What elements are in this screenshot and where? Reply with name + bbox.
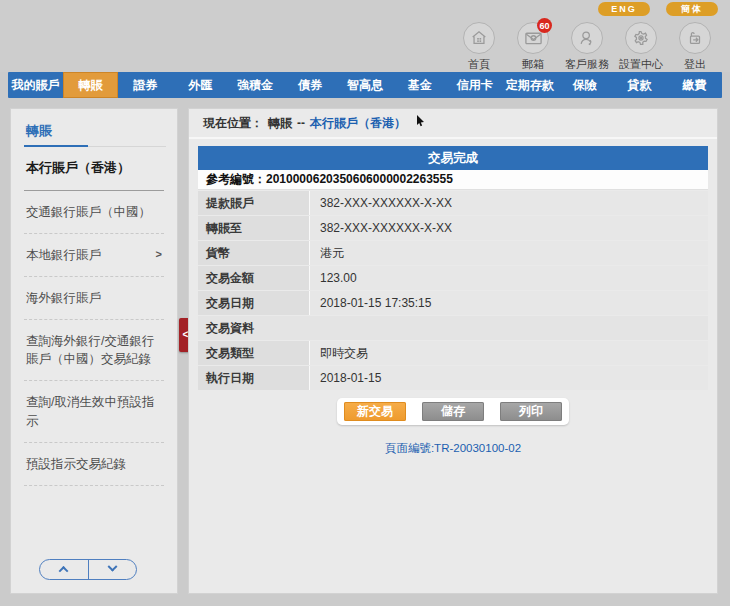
nav-item-1[interactable]: 轉賬 <box>63 72 118 98</box>
sidebar-item-1[interactable]: 交通銀行賬戶（中國） <box>24 191 164 234</box>
main-panel: 現在位置： 轉賬 -- 本行賬戶（香港） 交易完成 參考編號：201000062… <box>188 108 718 594</box>
sidebar-item-3[interactable]: 海外銀行賬戶 <box>24 277 164 320</box>
row-value: 123.00 <box>310 266 708 290</box>
quick-link-label: 郵箱 <box>522 57 544 72</box>
nav-item-6[interactable]: 智高息 <box>338 72 393 98</box>
nav-item-12[interactable]: 繳費 <box>667 72 722 98</box>
row-value: 2018-01-15 <box>310 366 708 390</box>
table-row: 交易資料 <box>198 316 708 340</box>
row-value: 2018-01-15 17:35:15 <box>310 291 708 315</box>
sidebar-item-label: 海外銀行賬戶 <box>26 289 101 307</box>
breadcrumb: 現在位置： 轉賬 -- 本行賬戶（香港） <box>189 109 717 139</box>
home-icon <box>463 22 495 54</box>
sidebar-pager <box>39 559 137 580</box>
row-label: 執行日期 <box>198 366 310 390</box>
breadcrumb-current-link[interactable]: 本行賬戶（香港） <box>310 115 406 132</box>
row-label: 交易資料 <box>198 316 708 340</box>
nav-item-2[interactable]: 證券 <box>118 72 173 98</box>
status-banner: 交易完成 <box>198 146 708 170</box>
sidebar-item-label: 本行賬戶（香港） <box>26 159 130 178</box>
nav-item-8[interactable]: 信用卡 <box>447 72 502 98</box>
sidebar-item-label: 交通銀行賬戶（中國） <box>26 203 151 221</box>
row-value: 382-XXX-XXXXXX-X-XX <box>310 191 708 215</box>
sidebar-item-label: 查詢海外銀行/交通銀行賬戶（中國）交易紀錄 <box>26 332 162 368</box>
top-header: ENG 簡体 首頁60郵箱客戶服務設置中心登出 <box>0 0 730 72</box>
sidebar-item-4[interactable]: 查詢海外銀行/交通銀行賬戶（中國）交易紀錄 <box>24 320 164 381</box>
row-label: 貨幣 <box>198 241 310 265</box>
row-label: 提款賬戶 <box>198 191 310 215</box>
customer-service-icon <box>571 22 603 54</box>
sidebar-item-6[interactable]: 預設指示交易紀錄 <box>24 443 164 486</box>
quick-link-settings[interactable]: 設置中心 <box>614 22 668 72</box>
sidebar-item-2[interactable]: 本地銀行賬戶> <box>24 234 164 277</box>
row-label: 交易類型 <box>198 341 310 365</box>
save-button[interactable]: 儲存 <box>422 402 484 421</box>
main-nav: 我的賬戶轉賬證券外匯強積金債券智高息基金信用卡定期存款保險貸款繳費 <box>8 72 722 98</box>
sidebar-title-underline <box>24 145 88 147</box>
chevron-up-icon <box>59 566 69 576</box>
reference-row: 參考編號：2010000620350606000002263555 <box>198 170 708 190</box>
page-number-link[interactable]: 頁面編號:TR-20030100-02 <box>198 441 708 456</box>
language-switcher: ENG 簡体 <box>598 2 718 16</box>
mail-unread-badge: 60 <box>537 18 552 33</box>
sidebar-title: 轉賬 <box>24 109 164 147</box>
table-row: 轉賬至382-XXX-XXXXXX-X-XX <box>198 216 708 240</box>
row-label: 交易金額 <box>198 266 310 290</box>
mail-icon: 60 <box>517 22 549 54</box>
table-row: 交易日期2018-01-15 17:35:15 <box>198 291 708 315</box>
table-row: 交易類型即時交易 <box>198 341 708 365</box>
nav-item-3[interactable]: 外匯 <box>173 72 228 98</box>
sidebar-item-label: 查詢/取消生效中預設指示 <box>26 393 162 429</box>
row-value: 382-XXX-XXXXXX-X-XX <box>310 216 708 240</box>
quick-link-customer-service[interactable]: 客戶服務 <box>560 22 614 72</box>
lang-eng-button[interactable]: ENG <box>598 2 650 16</box>
nav-item-0[interactable]: 我的賬戶 <box>8 72 63 98</box>
nav-item-7[interactable]: 基金 <box>392 72 447 98</box>
breadcrumb-section: 轉賬 <box>268 115 292 132</box>
quick-link-label: 客戶服務 <box>565 57 609 72</box>
breadcrumb-prefix: 現在位置： <box>203 115 263 132</box>
row-label: 轉賬至 <box>198 216 310 240</box>
row-value: 港元 <box>310 241 708 265</box>
nav-item-5[interactable]: 債券 <box>283 72 338 98</box>
table-row: 執行日期2018-01-15 <box>198 366 708 390</box>
settings-icon <box>625 22 657 54</box>
action-buttons: 新交易儲存列印 <box>337 398 569 425</box>
row-value: 即時交易 <box>310 341 708 365</box>
quick-link-mail[interactable]: 60郵箱 <box>506 22 560 72</box>
scroll-down-button[interactable] <box>89 560 137 579</box>
table-row: 交易金額123.00 <box>198 266 708 290</box>
sidebar: 轉賬 本行賬戶（香港）交通銀行賬戶（中國）本地銀行賬戶>海外銀行賬戶查詢海外銀行… <box>10 108 178 594</box>
quick-links: 首頁60郵箱客戶服務設置中心登出 <box>452 22 722 72</box>
transaction-result: 交易完成 參考編號：2010000620350606000002263555 提… <box>198 146 708 456</box>
chevron-right-icon: > <box>156 247 162 263</box>
print-button[interactable]: 列印 <box>500 402 562 421</box>
nav-item-9[interactable]: 定期存款 <box>502 72 557 98</box>
sidebar-item-label: 預設指示交易紀錄 <box>26 455 126 473</box>
quick-link-label: 首頁 <box>468 57 490 72</box>
transaction-details-table: 提款賬戶382-XXX-XXXXXX-X-XX轉賬至382-XXX-XXXXXX… <box>198 191 708 390</box>
quick-link-logout[interactable]: 登出 <box>668 22 722 72</box>
table-row: 貨幣港元 <box>198 241 708 265</box>
sidebar-item-0[interactable]: 本行賬戶（香港） <box>24 147 164 191</box>
sidebar-item-label: 本地銀行賬戶 <box>26 246 101 264</box>
nav-item-10[interactable]: 保險 <box>557 72 612 98</box>
sidebar-menu: 本行賬戶（香港）交通銀行賬戶（中國）本地銀行賬戶>海外銀行賬戶查詢海外銀行/交通… <box>24 147 164 486</box>
logout-icon <box>679 22 711 54</box>
scroll-up-button[interactable] <box>40 560 89 579</box>
new-transaction-button[interactable]: 新交易 <box>344 402 406 421</box>
chevron-down-icon <box>107 562 117 572</box>
quick-link-label: 設置中心 <box>619 57 663 72</box>
sidebar-title-text: 轉賬 <box>26 123 52 138</box>
status-title: 交易完成 <box>428 150 478 167</box>
reference-number: 參考編號：2010000620350606000002263555 <box>206 171 453 188</box>
nav-item-11[interactable]: 貸款 <box>612 72 667 98</box>
row-label: 交易日期 <box>198 291 310 315</box>
quick-link-home[interactable]: 首頁 <box>452 22 506 72</box>
table-row: 提款賬戶382-XXX-XXXXXX-X-XX <box>198 191 708 215</box>
mouse-cursor-icon <box>416 115 425 127</box>
nav-item-4[interactable]: 強積金 <box>228 72 283 98</box>
breadcrumb-separator: -- <box>297 116 305 130</box>
lang-simplified-button[interactable]: 簡体 <box>666 2 718 16</box>
sidebar-item-5[interactable]: 查詢/取消生效中預設指示 <box>24 381 164 442</box>
